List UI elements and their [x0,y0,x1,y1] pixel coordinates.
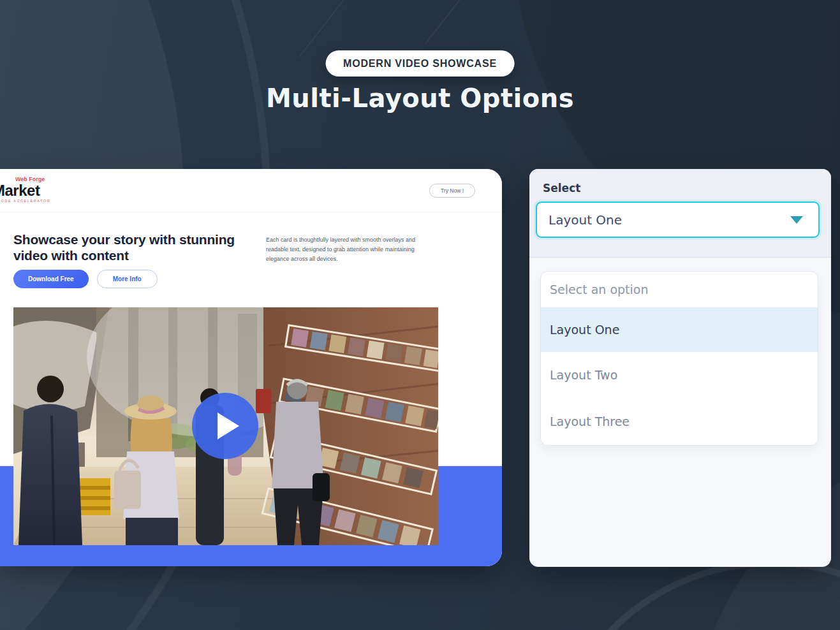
play-button[interactable] [192,393,258,459]
layout-select[interactable]: Layout One [536,201,820,238]
more-info-button[interactable]: More Info [97,270,158,288]
try-now-button[interactable]: Try Now ! [429,184,475,198]
cta-button-row: Download Free More Info [13,270,158,288]
download-free-button[interactable]: Download Free [13,270,89,288]
logo-sub-text: CODE ACCELERATOR [0,200,50,203]
video-thumbnail[interactable] [13,307,438,545]
option-layout-two[interactable]: Layout Two [541,352,818,398]
video-showcase-card: Web Forge Market CODE ACCELERATOR Try No… [0,169,502,566]
selector-header: Select Layout One [529,169,831,258]
page-background: MODERN VIDEO SHOWCASE Multi-Layout Optio… [0,0,840,630]
logo-main-text: Market [0,183,50,198]
play-icon [217,413,239,439]
chevron-down-icon [790,216,803,224]
mock-site-header: Web Forge Market CODE ACCELERATOR Try No… [0,169,502,212]
showcase-heading: Showcase your story with stunning video … [13,231,269,263]
layout-selector-panel: Select Layout One Select an option Layou… [529,169,831,567]
showcase-description: Each card is thoughtfully layered with s… [266,235,427,264]
hero-badge: MODERN VIDEO SHOWCASE [325,50,515,77]
option-select-an-option[interactable]: Select an option [541,272,818,308]
selected-layout-value: Layout One [549,212,622,228]
select-label: Select [543,182,580,194]
page-title: Multi-Layout Options [0,84,840,113]
background-streak [298,0,346,57]
option-layout-three[interactable]: Layout Three [541,399,818,445]
background-streak [425,0,469,44]
site-logo: Web Forge Market CODE ACCELERATOR [0,177,50,203]
layout-options-list: Select an option Layout One Layout Two L… [540,271,818,446]
option-layout-one[interactable]: Layout One [541,308,818,352]
